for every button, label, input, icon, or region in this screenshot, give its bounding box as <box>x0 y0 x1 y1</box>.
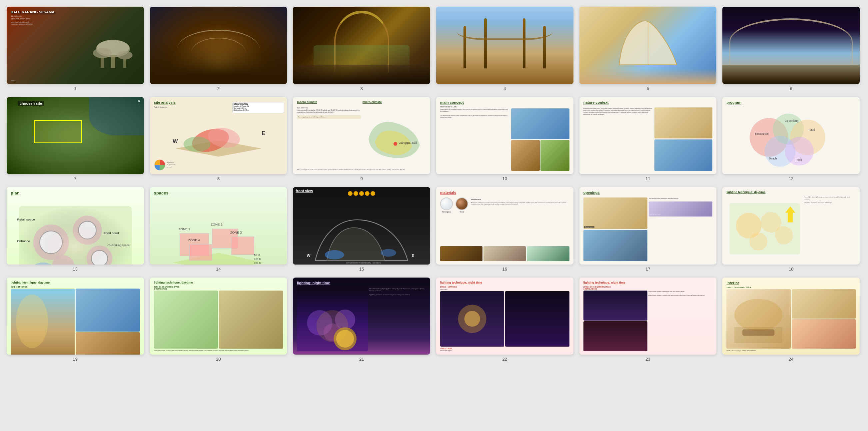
slide-23-photo-1 <box>584 291 647 321</box>
slide-wrapper-22: lighting technique: night time ZONE 1 : … <box>436 278 574 362</box>
opening-photo-2 <box>584 230 647 261</box>
material-photo-3 <box>527 246 569 261</box>
slide-16[interactable]: materials Tinted glass Wood Membrane Mem… <box>436 187 574 264</box>
slide-20[interactable]: lighting technique: daytime ZONE 3 & CO-… <box>150 278 287 355</box>
slide-10-title: main concept <box>440 100 569 105</box>
slide-20-photo-l <box>154 291 218 349</box>
compass: N↑ <box>138 100 140 106</box>
slide-20-zone: ZONE 3 & CO-WORKING SPACE& RETAS SPACE <box>154 286 283 290</box>
slide-23-zone: ZONE 3 & 5: CO-WORKING SPACE& RETAIL SPA… <box>584 286 713 290</box>
slide-14[interactable]: spaces ZONE 1 ZONE 2 ZONE 3 <box>150 187 287 264</box>
slide-9-macro-text: Indonesia itself is located at 6°N-11°S … <box>297 109 361 168</box>
slide-23-text: Direct lighting creates localized task l… <box>648 291 712 352</box>
slide-num-6: 6 <box>790 86 793 91</box>
svg-point-63 <box>775 226 793 244</box>
svg-text:E: E <box>412 254 414 258</box>
slide-wrapper-24: interior ZONE 3 : CO-WORKING SPACE <box>722 278 860 362</box>
slide-16-text: Membrane Membrane architecture provides … <box>471 198 569 245</box>
slide-wrapper-3: 3 <box>293 7 430 91</box>
svg-text:100 M: 100 M <box>254 258 261 261</box>
slide-15[interactable]: W E wind from waterbody (ocean) front vi… <box>293 187 430 264</box>
slide-24[interactable]: interior ZONE 3 : CO-WORKING SPACE <box>722 278 860 355</box>
slide-24-title: interior <box>726 281 856 285</box>
slide-wrapper-5: 5 <box>580 7 717 91</box>
material-wood <box>456 198 468 210</box>
slide-1-title: BALE KARANG SESAMA <box>11 10 140 14</box>
slide-19-photo-br <box>75 332 140 354</box>
slide-num-8: 8 <box>217 176 220 181</box>
slide-wrapper-15: W E wind from waterbody (ocean) front vi… <box>293 187 430 271</box>
slide-19-photo-tr <box>75 289 140 332</box>
svg-text:ZONE 1: ZONE 1 <box>178 227 190 231</box>
slide-wrapper-8: site analysis Bali, Indonesia SITE INFOR… <box>150 97 287 181</box>
slide-18-title: lighting technique: daytime <box>726 191 856 194</box>
slide-wrapper-20: lighting technique: daytime ZONE 3 & CO-… <box>150 278 287 362</box>
slide-num-15: 15 <box>359 266 364 271</box>
slide-17[interactable]: openings Rocking window The opening syst… <box>580 187 717 264</box>
slide-wrapper-17: openings Rocking window The opening syst… <box>580 187 717 271</box>
slide-17-title: openings <box>584 191 713 195</box>
svg-rect-78 <box>742 329 774 336</box>
slide-2[interactable] <box>150 7 287 84</box>
slide-num-13: 13 <box>73 266 78 271</box>
slide-1-meta: Lorem ipsum sit dolor ametconsectetur ad… <box>11 21 140 26</box>
slide-num-9: 9 <box>361 176 363 181</box>
material-glass <box>440 198 453 210</box>
slide-num-20: 20 <box>216 356 221 362</box>
slide-9-title1: macro climate <box>297 100 361 104</box>
slide-23[interactable]: lighting technique: night time ZONE 3 & … <box>580 278 717 355</box>
slide-19-title: lighting technique: daytime <box>11 281 140 284</box>
slide-16-title: materials <box>440 191 569 195</box>
slide-9[interactable]: macro climate micro climate Bali, Indone… <box>293 97 430 174</box>
slide-11-title: nature context <box>584 100 713 105</box>
slide-10-subtitle: FROM THE SEA TO LAND <box>440 106 569 108</box>
slide-22-zone: ZONE 1 : ENTRANCE <box>440 286 569 288</box>
svg-text:Co-working: Co-working <box>784 119 798 122</box>
svg-text:50 M: 50 M <box>254 254 259 257</box>
svg-point-11 <box>183 137 210 151</box>
slide-11-text: Embracing the coastal ethos, our design … <box>584 108 653 171</box>
slide-20-text: During the daytime, the sun's heat slowl… <box>154 350 283 352</box>
slide-num-16: 16 <box>502 266 507 271</box>
slide-17-text: The opening system maximizes natural ven… <box>649 198 713 261</box>
svg-rect-36 <box>19 206 132 264</box>
slide-19[interactable]: lighting technique: daytime ZONE 1 : ENT… <box>7 278 144 355</box>
svg-point-67 <box>16 294 48 348</box>
slide-num-19: 19 <box>73 356 78 362</box>
slide-wrapper-14: spaces ZONE 1 ZONE 2 ZONE 3 <box>150 187 287 271</box>
slide-12[interactable]: program Restaurant Co-working Retail <box>722 97 860 174</box>
svg-rect-46 <box>189 245 212 261</box>
slide-13[interactable]: plan <box>7 187 144 264</box>
svg-point-75 <box>464 311 480 326</box>
slide-wrapper-18: lighting technique: daytime <box>722 187 860 271</box>
slide-5[interactable] <box>580 7 717 84</box>
slide-1[interactable]: BALE KARANG SESAMA Bali, IndonesiaRestau… <box>7 7 144 84</box>
slide-24-photo-2 <box>792 289 856 319</box>
slide-24-text: ZONE 4: FOOD COURT - Interior light inst… <box>726 350 856 352</box>
svg-point-55 <box>325 250 344 260</box>
slide-6[interactable] <box>722 7 860 84</box>
slide-7[interactable]: choosen site N↑ <box>7 97 144 174</box>
slide-wrapper-23: lighting technique: night time ZONE 3 & … <box>580 278 717 362</box>
slide-10[interactable]: main concept FROM THE SEA TO LAND Nestle… <box>436 97 574 174</box>
slide-4[interactable] <box>436 7 574 84</box>
svg-point-15 <box>394 142 398 146</box>
slide-21[interactable]: lighting: night time <box>293 278 430 355</box>
slide-22-photo-1 <box>440 291 504 346</box>
slide-num-5: 5 <box>647 86 649 91</box>
slide-wrapper-19: lighting technique: daytime ZONE 1 : ENT… <box>7 278 144 362</box>
svg-point-76 <box>734 299 782 331</box>
slide-9-title2: micro climate <box>363 100 426 104</box>
slide-11[interactable]: nature context Embracing the coastal eth… <box>580 97 717 174</box>
svg-text:co-working space: co-working space <box>107 243 130 247</box>
slide-8[interactable]: site analysis Bali, Indonesia SITE INFOR… <box>150 97 287 174</box>
slide-wrapper-4: 4 <box>436 7 574 91</box>
slide-18[interactable]: lighting technique: daytime <box>722 187 860 264</box>
slide-23-photo-2 <box>584 321 647 351</box>
slide-grid: BALE KARANG SESAMA Bali, IndonesiaRestau… <box>7 7 860 362</box>
slide-wrapper-2: 2 <box>150 7 287 91</box>
slide-wrapper-7: choosen site N↑ 7 <box>7 97 144 181</box>
slide-22[interactable]: lighting technique: night time ZONE 1 : … <box>436 278 574 355</box>
material-photo-1 <box>440 246 483 261</box>
slide-3[interactable] <box>293 7 430 84</box>
